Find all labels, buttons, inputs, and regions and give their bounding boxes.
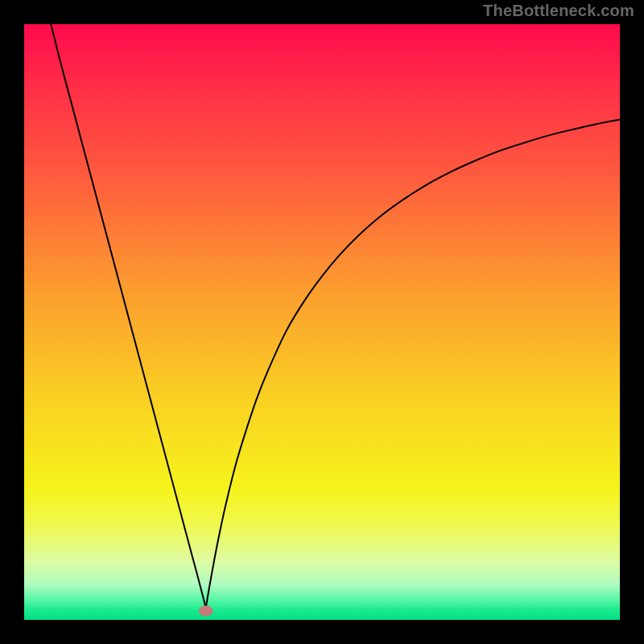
plot-area <box>24 24 620 620</box>
branding-text: TheBottleneck.com <box>483 2 634 20</box>
curve-right-branch <box>206 119 620 608</box>
chart-frame: TheBottleneck.com <box>0 0 644 644</box>
minimum-marker <box>199 605 213 616</box>
curve-left-branch <box>51 24 205 608</box>
curve-layer <box>24 24 620 620</box>
